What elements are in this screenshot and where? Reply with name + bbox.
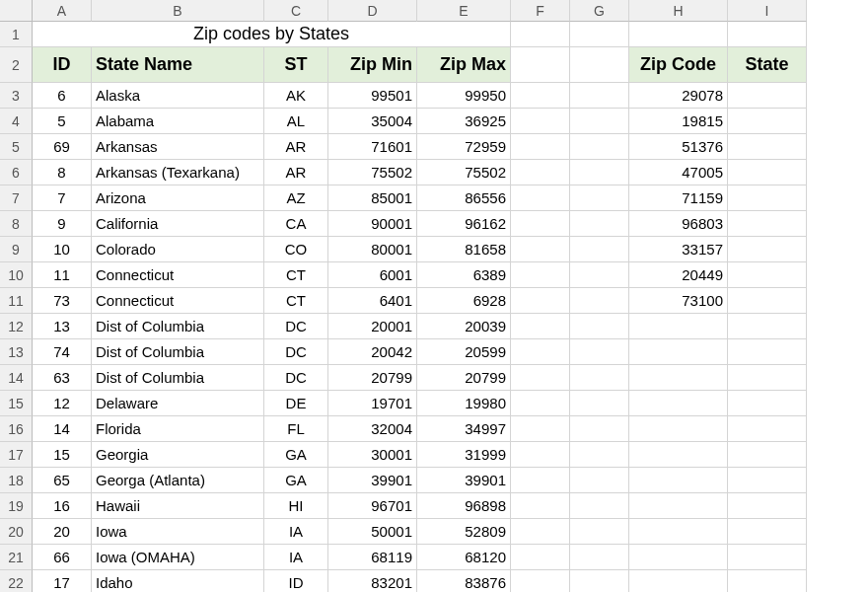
cell-G15[interactable] [570, 391, 629, 416]
row-header-1[interactable]: 1 [0, 22, 33, 47]
cell-B8[interactable]: California [92, 211, 264, 237]
cell-E17[interactable]: 31999 [417, 442, 511, 468]
cell-I21[interactable] [728, 545, 807, 570]
cell-I7[interactable] [728, 185, 807, 211]
cell-G22[interactable] [570, 570, 629, 592]
cell-E16[interactable]: 34997 [417, 416, 511, 442]
cell-F5[interactable] [511, 134, 570, 160]
cell-B17[interactable]: Georgia [92, 442, 264, 468]
cell-H13[interactable] [629, 339, 728, 365]
row-header-17[interactable]: 17 [0, 442, 33, 468]
cell-E10[interactable]: 6389 [417, 262, 511, 288]
cell-B16[interactable]: Florida [92, 416, 264, 442]
cell-C9[interactable]: CO [264, 237, 328, 262]
cell-I6[interactable] [728, 160, 807, 185]
cell-B20[interactable]: Iowa [92, 519, 264, 545]
cell-E19[interactable]: 96898 [417, 493, 511, 519]
cell-D16[interactable]: 32004 [328, 416, 417, 442]
cell-E4[interactable]: 36925 [417, 109, 511, 134]
cell-B19[interactable]: Hawaii [92, 493, 264, 519]
cell-D2[interactable]: Zip Min [328, 47, 417, 83]
row-header-15[interactable]: 15 [0, 391, 33, 416]
cell-G4[interactable] [570, 109, 629, 134]
cell-C8[interactable]: CA [264, 211, 328, 237]
cell-A14[interactable]: 63 [33, 365, 92, 391]
cell-B4[interactable]: Alabama [92, 109, 264, 134]
cell-C16[interactable]: FL [264, 416, 328, 442]
cell-G5[interactable] [570, 134, 629, 160]
cell-F11[interactable] [511, 288, 570, 314]
cell-I10[interactable] [728, 262, 807, 288]
cell-A4[interactable]: 5 [33, 109, 92, 134]
cell-H18[interactable] [629, 468, 728, 493]
cell-I18[interactable] [728, 468, 807, 493]
cell-H3[interactable]: 29078 [629, 83, 728, 109]
cell-F4[interactable] [511, 109, 570, 134]
cell-H6[interactable]: 47005 [629, 160, 728, 185]
cell-E5[interactable]: 72959 [417, 134, 511, 160]
cell-G2[interactable] [570, 47, 629, 83]
cell-E22[interactable]: 83876 [417, 570, 511, 592]
row-header-3[interactable]: 3 [0, 83, 33, 109]
cell-D21[interactable]: 68119 [328, 545, 417, 570]
cell-D19[interactable]: 96701 [328, 493, 417, 519]
cell-C7[interactable]: AZ [264, 185, 328, 211]
cell-E11[interactable]: 6928 [417, 288, 511, 314]
cell-C21[interactable]: IA [264, 545, 328, 570]
cell-A5[interactable]: 69 [33, 134, 92, 160]
cell-D3[interactable]: 99501 [328, 83, 417, 109]
cell-G3[interactable] [570, 83, 629, 109]
col-header-F[interactable]: F [511, 0, 570, 22]
cell-A16[interactable]: 14 [33, 416, 92, 442]
cell-A13[interactable]: 74 [33, 339, 92, 365]
cell-C4[interactable]: AL [264, 109, 328, 134]
cell-H12[interactable] [629, 314, 728, 339]
cell-B13[interactable]: Dist of Columbia [92, 339, 264, 365]
cell-F3[interactable] [511, 83, 570, 109]
cell-F9[interactable] [511, 237, 570, 262]
col-header-D[interactable]: D [328, 0, 417, 22]
cell-A11[interactable]: 73 [33, 288, 92, 314]
cell-A19[interactable]: 16 [33, 493, 92, 519]
cell-F21[interactable] [511, 545, 570, 570]
cell-G8[interactable] [570, 211, 629, 237]
col-header-H[interactable]: H [629, 0, 728, 22]
cell-B15[interactable]: Delaware [92, 391, 264, 416]
cell-F7[interactable] [511, 185, 570, 211]
row-header-16[interactable]: 16 [0, 416, 33, 442]
row-header-8[interactable]: 8 [0, 211, 33, 237]
cell-F22[interactable] [511, 570, 570, 592]
cell-E7[interactable]: 86556 [417, 185, 511, 211]
cell-I13[interactable] [728, 339, 807, 365]
row-header-19[interactable]: 19 [0, 493, 33, 519]
cell-B2[interactable]: State Name [92, 47, 264, 83]
row-header-5[interactable]: 5 [0, 134, 33, 160]
cell-F6[interactable] [511, 160, 570, 185]
cell-D14[interactable]: 20799 [328, 365, 417, 391]
cell-G16[interactable] [570, 416, 629, 442]
cell-B14[interactable]: Dist of Columbia [92, 365, 264, 391]
cell-H2[interactable]: Zip Code [629, 47, 728, 83]
cell-A21[interactable]: 66 [33, 545, 92, 570]
cell-H22[interactable] [629, 570, 728, 592]
cell-B22[interactable]: Idaho [92, 570, 264, 592]
cell-H15[interactable] [629, 391, 728, 416]
col-header-B[interactable]: B [92, 0, 264, 22]
cell-C14[interactable]: DC [264, 365, 328, 391]
cell-A2[interactable]: ID [33, 47, 92, 83]
col-header-I[interactable]: I [728, 0, 807, 22]
cell-D15[interactable]: 19701 [328, 391, 417, 416]
cell-I14[interactable] [728, 365, 807, 391]
cell-G10[interactable] [570, 262, 629, 288]
cell-D12[interactable]: 20001 [328, 314, 417, 339]
cell-I4[interactable] [728, 109, 807, 134]
row-header-9[interactable]: 9 [0, 237, 33, 262]
cell-G14[interactable] [570, 365, 629, 391]
cell-G12[interactable] [570, 314, 629, 339]
cell-D6[interactable]: 75502 [328, 160, 417, 185]
cell-F16[interactable] [511, 416, 570, 442]
cell-G1[interactable] [570, 22, 629, 47]
cell-A3[interactable]: 6 [33, 83, 92, 109]
cell-H17[interactable] [629, 442, 728, 468]
cell-F19[interactable] [511, 493, 570, 519]
